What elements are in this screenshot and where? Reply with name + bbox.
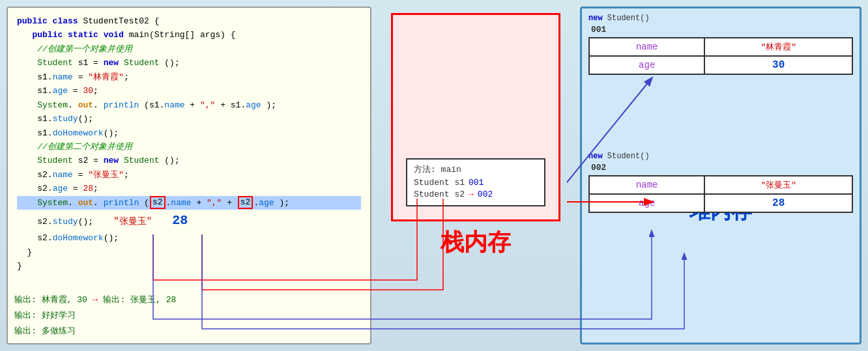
code-line-10: //创建第二个对象并使用 xyxy=(17,140,361,154)
code-line-11: Student s2 = new Student (); xyxy=(17,154,361,167)
heap-object-2: new Student() 002 name "张曼玉" age 28 xyxy=(588,152,853,213)
code-line-17: } xyxy=(17,246,361,259)
code-line-18: } xyxy=(17,259,361,273)
obj1-table: name "林青霞" age 30 xyxy=(588,37,853,75)
stack-s2-arrow: → xyxy=(469,190,474,199)
heap-panel: new Student() 001 name "林青霞" age 30 new … xyxy=(580,7,861,344)
obj2-addr: 002 xyxy=(591,163,853,173)
obj1-addr: 001 xyxy=(591,25,853,35)
s2-name-box: s2 xyxy=(150,196,166,209)
code-line-6: s1.age = 30; xyxy=(17,84,361,98)
output-section: 输出: 林青霞, 30 → 输出: 张曼玉, 28 输出: 好好学习 输出: 多… xyxy=(14,291,176,339)
obj1-row-age: age 30 xyxy=(589,56,852,74)
code-line-3: //创建第一个对象并使用 xyxy=(17,42,361,56)
code-line-14: System. out. println (s2.name + "," + s2… xyxy=(17,196,361,210)
obj2-row-age: age 28 xyxy=(589,194,852,212)
stack-label: 栈内存 xyxy=(441,227,511,259)
code-line-9: s1.doHomework(); xyxy=(17,126,361,140)
obj2-table: name "张曼玉" age 28 xyxy=(588,175,853,213)
obj1-title: new Student() xyxy=(588,14,853,23)
stack-method-label: 方法: main xyxy=(414,163,538,175)
heap-object-1: new Student() 001 name "林青霞" age 30 xyxy=(588,14,853,75)
output-line-3: 输出: 多做练习 xyxy=(14,324,176,338)
output-line-1: 输出: 林青霞, 30 → 输出: 张曼玉, 28 xyxy=(14,292,176,307)
code-line-12: s2.name = "张曼玉"; xyxy=(17,168,361,182)
code-line-15: s2.study(); "张曼玉" 28 xyxy=(17,210,361,231)
stack-s1-row: Student s1 001 xyxy=(414,178,538,188)
stack-panel: 方法: main Student s1 001 Student s2 → 002… xyxy=(378,7,573,344)
stack-s2-row: Student s2 → 002 xyxy=(414,190,538,199)
code-line-5: s1.name = "林青霞"; xyxy=(17,70,361,84)
s2-age-box: s2 xyxy=(238,196,253,209)
main-container: public class StudentTest02 { public stat… xyxy=(0,0,868,351)
code-line-2: public static void main(String[] args) { xyxy=(17,28,361,42)
code-line-7: System. out. println (s1.name + "," + s1… xyxy=(17,98,361,112)
stack-box: 方法: main Student s1 001 Student s2 → 002 xyxy=(391,13,560,221)
obj2-title: new Student() xyxy=(588,152,853,161)
code-line-16: s2.doHomework(); xyxy=(17,231,361,245)
code-line-4: Student s1 = new Student (); xyxy=(17,56,361,70)
obj1-row-name: name "林青霞" xyxy=(589,38,852,56)
code-line-13: s2.age = 28; xyxy=(17,182,361,195)
code-line-8: s1.study(); xyxy=(17,112,361,126)
code-panel: public class StudentTest02 { public stat… xyxy=(7,7,371,344)
stack-content: 方法: main Student s1 001 Student s2 → 002 xyxy=(406,158,545,206)
output-line-2: 输出: 好好学习 xyxy=(14,309,176,322)
obj2-row-name: name "张曼玉" xyxy=(589,176,852,194)
code-line-1: public class StudentTest02 { xyxy=(17,14,361,28)
